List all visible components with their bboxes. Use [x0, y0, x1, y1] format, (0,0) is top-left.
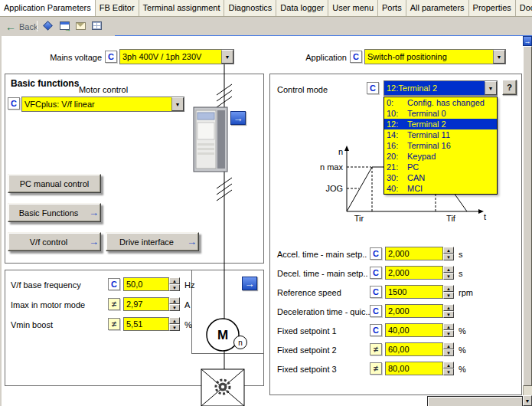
- motor-goto-arrow-button[interactable]: →: [242, 277, 257, 290]
- changed-flag-icon[interactable]: ≠: [370, 362, 382, 375]
- reference-speed-stepper[interactable]: ▲▼: [443, 285, 454, 299]
- imax-input[interactable]: 2,97: [123, 297, 169, 311]
- scrollbar-down-button[interactable]: ▼: [523, 395, 532, 406]
- mains-voltage-value: 3ph 400V / 1ph 230V: [120, 50, 221, 64]
- decel-time-input[interactable]: 2,000: [385, 266, 443, 280]
- chevron-down-icon[interactable]: ▼: [221, 50, 233, 64]
- c-flag-icon[interactable]: C: [8, 97, 20, 110]
- basic-functions-button[interactable]: Basic Functions →: [8, 203, 101, 222]
- decel-quickstop-stepper[interactable]: ▲▼: [443, 304, 454, 318]
- spin-down-icon[interactable]: ▼: [443, 330, 454, 337]
- c-flag-icon[interactable]: C: [370, 324, 382, 336]
- control-mode-dropdown-list[interactable]: 0:Config. has changed 10:Terminal 0 12:T…: [383, 97, 498, 195]
- chevron-down-icon[interactable]: ▼: [171, 97, 184, 111]
- spin-up-icon[interactable]: ▲: [169, 277, 180, 284]
- spin-up-icon[interactable]: ▲: [443, 266, 454, 273]
- vf-base-frequency-stepper[interactable]: ▲▼: [169, 277, 180, 291]
- tab-terminal-assignment[interactable]: Terminal assignment: [139, 0, 225, 16]
- spin-up-icon[interactable]: ▲: [443, 323, 454, 330]
- navigate-diamond-icon[interactable]: [41, 19, 54, 32]
- reference-speed-input[interactable]: 1500: [385, 285, 443, 299]
- dropdown-option[interactable]: 30:CAN: [384, 172, 497, 183]
- dropdown-option[interactable]: 40:MCI: [384, 183, 497, 194]
- dropdown-option[interactable]: 16:Terminal 16: [384, 140, 497, 151]
- back-button[interactable]: ← Back: [3, 20, 40, 33]
- tab-application-parameters[interactable]: Application Parameters: [0, 0, 96, 16]
- c-flag-icon[interactable]: C: [370, 305, 382, 317]
- spin-down-icon[interactable]: ▼: [169, 304, 180, 311]
- tab-ports[interactable]: Ports: [378, 0, 406, 16]
- tab-docu[interactable]: Docu: [516, 0, 532, 16]
- help-button[interactable]: ?: [502, 80, 517, 95]
- inverter-goto-arrow-button[interactable]: →: [230, 111, 246, 125]
- dropdown-option[interactable]: 20:Keypad: [384, 151, 497, 162]
- cutoff-button[interactable]: [427, 396, 523, 406]
- motor-control-combo[interactable]: VFCplus: V/f linear ▼: [21, 97, 184, 112]
- fixed-setpoint-1-stepper[interactable]: ▲▼: [443, 323, 454, 337]
- open-window-icon[interactable]: [58, 19, 71, 32]
- dropdown-option[interactable]: 10:Terminal 0: [384, 108, 497, 119]
- tab-properties[interactable]: Properties: [469, 0, 516, 16]
- vf-control-button[interactable]: V/f control →: [8, 232, 101, 251]
- spin-down-icon[interactable]: ▼: [443, 311, 454, 318]
- chevron-down-icon[interactable]: ▼: [493, 50, 505, 64]
- c-flag-icon[interactable]: C: [367, 82, 379, 94]
- spin-up-icon[interactable]: ▲: [443, 304, 454, 311]
- spin-down-icon[interactable]: ▼: [443, 349, 454, 356]
- spin-up-icon[interactable]: ▲: [169, 297, 180, 304]
- accel-time-stepper[interactable]: ▲▼: [443, 247, 454, 260]
- spin-down-icon[interactable]: ▼: [169, 324, 180, 331]
- spin-up-icon[interactable]: ▲: [443, 342, 454, 349]
- tab-diagnostics[interactable]: Diagnostics: [224, 0, 276, 16]
- c-flag-icon[interactable]: C: [370, 286, 382, 298]
- c-flag-icon[interactable]: C: [370, 247, 382, 260]
- c-flag-icon[interactable]: C: [350, 51, 362, 63]
- fixed-setpoint-2-input[interactable]: 60,00: [385, 342, 443, 356]
- spin-up-icon[interactable]: ▲: [443, 247, 454, 254]
- dropdown-option[interactable]: 14:Terminal 11: [384, 129, 497, 140]
- fixed-setpoint-1-input[interactable]: 40,00: [385, 323, 443, 337]
- changed-flag-icon[interactable]: ≠: [108, 298, 120, 310]
- c-flag-icon[interactable]: C: [370, 267, 382, 279]
- c-flag-icon[interactable]: C: [105, 51, 117, 63]
- vmin-boost-stepper[interactable]: ▲▼: [169, 317, 180, 331]
- send-message-icon[interactable]: [74, 19, 87, 32]
- application-combo[interactable]: Switch-off positioning ▼: [364, 49, 506, 64]
- panel-arrow-button[interactable]: →: [523, 36, 532, 46]
- spin-up-icon[interactable]: ▲: [443, 362, 454, 368]
- fixed-setpoint-2-stepper[interactable]: ▲▼: [443, 342, 454, 356]
- dropdown-option-selected[interactable]: 12:Terminal 2: [384, 119, 497, 129]
- vmin-boost-input[interactable]: 5,51: [123, 317, 169, 331]
- changed-flag-icon[interactable]: ≠: [108, 318, 120, 330]
- pc-manual-control-button[interactable]: PC manual control: [8, 174, 101, 193]
- tab-data-logger[interactable]: Data logger: [276, 0, 328, 16]
- scrollbar-thumb[interactable]: [523, 46, 532, 386]
- spin-down-icon[interactable]: ▼: [443, 368, 454, 375]
- spin-up-icon[interactable]: ▲: [443, 285, 454, 292]
- fixed-setpoint-3-input[interactable]: 80,00: [385, 362, 443, 375]
- spin-up-icon[interactable]: ▲: [169, 317, 180, 324]
- control-mode-combo[interactable]: 12:Terminal 2 ▼: [383, 80, 498, 96]
- accel-time-input[interactable]: 2,000: [385, 247, 443, 260]
- fixed-setpoint-3-stepper[interactable]: ▲▼: [443, 362, 454, 375]
- dropdown-option[interactable]: 21:PC: [384, 162, 497, 172]
- c-flag-icon[interactable]: C: [108, 278, 120, 290]
- decel-time-stepper[interactable]: ▲▼: [443, 266, 454, 280]
- vf-base-frequency-input[interactable]: 50,0: [123, 277, 169, 291]
- imax-stepper[interactable]: ▲▼: [169, 297, 180, 311]
- tab-all-parameters[interactable]: All parameters: [406, 0, 469, 16]
- parameter-grid-icon[interactable]: [90, 19, 103, 32]
- spin-down-icon[interactable]: ▼: [443, 273, 454, 280]
- spin-down-icon[interactable]: ▼: [443, 254, 454, 260]
- decel-quickstop-input[interactable]: 2,000: [385, 304, 443, 318]
- application-window: { "tabs": [ {"label": "Application Param…: [0, 0, 532, 406]
- spin-down-icon[interactable]: ▼: [169, 284, 180, 291]
- dropdown-option[interactable]: 0:Config. has changed: [384, 97, 497, 108]
- spin-down-icon[interactable]: ▼: [443, 292, 454, 299]
- tab-fb-editor[interactable]: FB Editor: [96, 0, 139, 16]
- chevron-down-icon[interactable]: ▼: [485, 81, 497, 95]
- tab-user-menu[interactable]: User menu: [328, 0, 378, 16]
- drive-interface-button[interactable]: Drive interface →: [106, 232, 199, 251]
- mains-voltage-combo[interactable]: 3ph 400V / 1ph 230V ▼: [119, 49, 234, 64]
- changed-flag-icon[interactable]: ≠: [370, 343, 382, 355]
